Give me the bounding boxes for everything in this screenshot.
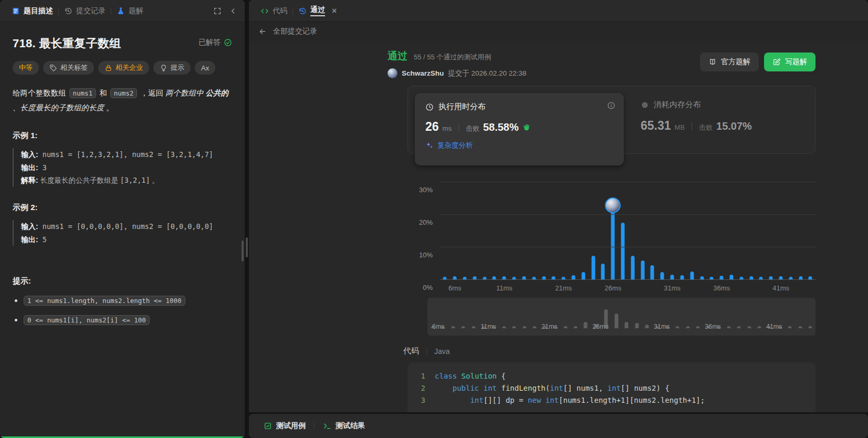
description-text: 、长度最长的子数组的长度 xyxy=(13,103,104,112)
my-submission-avatar-marker[interactable] xyxy=(605,197,621,213)
hint-button[interactable]: 提示 xyxy=(153,61,191,75)
y-axis-label: 20% xyxy=(419,218,433,226)
code-token: ( xyxy=(546,382,550,394)
x-axis-label: 36ms xyxy=(713,284,730,292)
example-text: 5 xyxy=(38,235,47,244)
tab-code[interactable]: 代码 xyxy=(256,0,291,22)
username: SchwarzShu xyxy=(402,69,444,77)
line-number: 1 xyxy=(407,370,435,382)
line-number: 3 xyxy=(407,394,435,406)
wave-hand-icon xyxy=(522,123,531,131)
official-solution-button[interactable]: 官方题解 xyxy=(700,53,759,71)
chart-bar[interactable] xyxy=(690,272,694,280)
code-token: new xyxy=(528,394,541,406)
chart-bar[interactable] xyxy=(641,260,644,280)
flask-icon xyxy=(117,7,125,15)
code-token xyxy=(479,382,483,394)
examples-section: 示例 1:输入: nums1 = [1,2,3,2,1], nums2 = [3… xyxy=(13,131,232,246)
runtime-distribution-tab[interactable]: 执行用时分布 26 ms 击败 58.58% 复杂度分析 xyxy=(415,93,624,165)
difficulty-badge[interactable]: 中等 xyxy=(13,61,39,75)
code-token: { xyxy=(497,370,506,382)
bar-slot xyxy=(460,175,470,280)
navigator-bar xyxy=(696,326,700,328)
expand-icon[interactable] xyxy=(213,7,222,15)
chart-navigator[interactable]: 6ms11ms21ms26ms31ms36ms41ms xyxy=(427,298,815,336)
code-block[interactable]: 1class Solution {2 public int findLength… xyxy=(407,362,815,412)
submissions-subheader: 全部提交记录 xyxy=(249,22,868,41)
tab-testresult[interactable]: 测试结果 xyxy=(323,421,365,431)
runtime-value: 26 xyxy=(425,120,439,134)
inline-code: nums1 xyxy=(69,88,97,98)
related-companies-button[interactable]: 相关企业 xyxy=(98,61,149,75)
navigator-bar xyxy=(533,326,537,328)
result-summary: 通过 55 / 55 个通过的测试用例 SchwarzShu 提交于 2026.… xyxy=(388,49,527,78)
bar-slot xyxy=(806,175,815,280)
font-size-button[interactable]: Ax xyxy=(195,61,215,75)
bar-slot xyxy=(499,175,509,280)
bar-slot xyxy=(637,175,647,280)
navigator-bar xyxy=(645,325,649,328)
tab-label: 代码 xyxy=(273,6,287,16)
passed-cases: 55 / 55 个通过的测试用例 xyxy=(414,53,491,62)
related-tags-button[interactable]: 相关标签 xyxy=(43,61,94,75)
chart-bar[interactable] xyxy=(591,256,595,280)
chart-bar[interactable] xyxy=(581,272,585,280)
chart-bar[interactable] xyxy=(631,256,634,280)
navigator-label: 11ms xyxy=(480,323,496,330)
example-text: 输出: xyxy=(21,163,38,172)
navigator-bar xyxy=(584,322,588,328)
navigator-bar xyxy=(798,326,802,328)
tab-accepted[interactable]: 通过 × xyxy=(294,0,341,22)
info-icon[interactable] xyxy=(607,101,615,110)
navigator-label: 41ms xyxy=(766,323,782,330)
y-axis-label: 30% xyxy=(419,186,433,194)
navigator-bar xyxy=(502,326,506,328)
back-arrow-icon[interactable] xyxy=(258,27,267,36)
left-scrollbar[interactable] xyxy=(242,241,244,262)
close-tab-icon[interactable]: × xyxy=(332,6,337,16)
example-text: 输入: xyxy=(21,150,38,159)
console-bar-wrap: 测试用例 测试结果 xyxy=(249,412,868,438)
navigator-bar xyxy=(513,326,516,328)
tab-problem-description[interactable]: 题目描述 xyxy=(7,0,57,22)
example-line: 输入: nums1 = [1,2,3,2,1], nums2 = [3,2,1,… xyxy=(21,148,232,161)
bar-slot xyxy=(796,175,806,280)
constraint-code: 1 <= nums1.length, nums2.length <= 1000 xyxy=(24,296,185,306)
tab-solutions[interactable]: 题解 xyxy=(112,0,148,22)
chart-bar[interactable] xyxy=(601,264,605,280)
tab-testcase[interactable]: 测试用例 xyxy=(264,421,306,431)
panel-resize-handle[interactable] xyxy=(246,237,248,257)
complexity-analysis-link[interactable]: 复杂度分析 xyxy=(425,141,613,150)
bar-slot xyxy=(736,175,746,280)
code-line: 1class Solution { xyxy=(407,370,815,382)
submission-panel-header: 代码 通过 × xyxy=(249,0,868,22)
constraint-item: 0 <= nums1[i], nums2[i] <= 100 xyxy=(13,315,232,325)
tab-submissions[interactable]: 提交记录 xyxy=(60,0,110,22)
description-text: 公共的 xyxy=(205,89,228,97)
code-section-header: 代码 Java xyxy=(403,346,815,356)
bar-slot xyxy=(549,175,559,280)
chart-bar[interactable] xyxy=(621,223,625,280)
chart-bar[interactable] xyxy=(661,272,664,280)
example-heading: 示例 1: xyxy=(13,131,232,141)
code-token: [nums1.length+1][nums2.length+1]; xyxy=(559,394,705,406)
description-text: 给两个整数数组 xyxy=(13,89,68,97)
checkbox-icon xyxy=(264,422,272,430)
code-token: int xyxy=(608,382,621,394)
runtime-unit: ms xyxy=(443,124,452,132)
collapse-panel-icon[interactable] xyxy=(229,7,237,15)
gridline: 10% xyxy=(440,247,815,247)
example-text: 输出: xyxy=(21,235,38,244)
code-token: class xyxy=(435,370,457,382)
memory-distribution-tab[interactable]: 消耗内存分布 65.31 MB 击败 15.07% xyxy=(641,100,752,133)
example-block: 输入: nums1 = [0,0,0,0,0], nums2 = [0,0,0,… xyxy=(13,220,232,246)
chart-bar[interactable] xyxy=(651,265,654,280)
submission-detail: 通过 55 / 55 个通过的测试用例 SchwarzShu 提交于 2026.… xyxy=(249,41,868,412)
write-solution-button[interactable]: 写题解 xyxy=(764,53,815,71)
bar-slot xyxy=(628,175,637,280)
bar-slot xyxy=(657,175,667,280)
user-avatar xyxy=(388,68,398,78)
example-text: 长度最长的公共子数组是 xyxy=(38,176,120,184)
chart-bar[interactable] xyxy=(611,207,615,280)
back-label[interactable]: 全部提交记录 xyxy=(273,27,317,36)
